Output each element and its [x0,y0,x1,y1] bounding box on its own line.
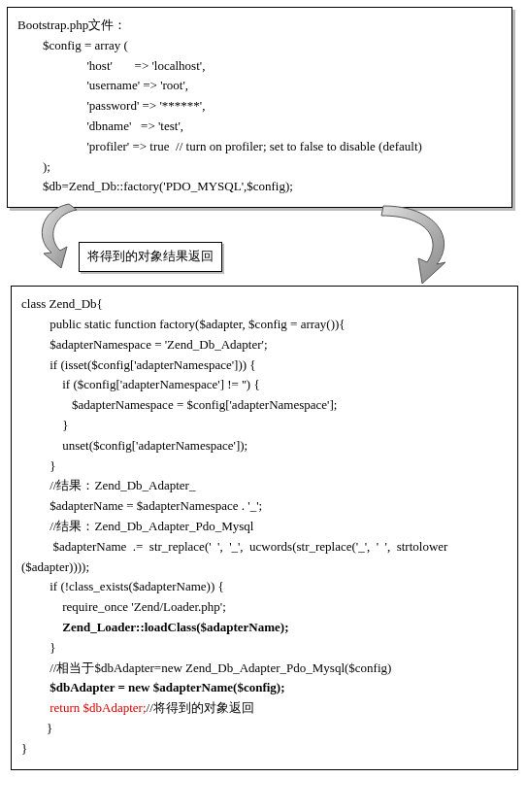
code-line: } [21,457,508,477]
return-object-label: 将得到的对象结果返回 [79,242,222,272]
code-line: Bootstrap.php文件： [17,16,502,36]
code-line: if (isset($config['adapterNamespace'])) … [21,355,508,376]
label-text: 将得到的对象结果返回 [87,249,214,263]
code-line: class Zend_Db{ [21,294,508,315]
code-line: //结果：Zend_Db_Adapter_Pdo_Mysql [21,517,508,537]
code-line: $adapterNamespace = $config['adapterName… [21,395,508,416]
code-line: } [21,416,508,436]
code-line: } [21,719,508,739]
code-line: 'dbname' => 'test', [17,117,502,137]
code-line: require_once 'Zend/Loader.php'; [21,597,508,618]
bottom-code-box: class Zend_Db{ public static function fa… [11,286,518,769]
code-line: //结果：Zend_Db_Adapter_ [21,476,508,496]
code-line-bold: Zend_Loader::loadClass($adapterName); [21,618,508,638]
code-line: ($adapter)))); [21,558,508,578]
code-line: } [21,739,508,760]
code-line: $adapterNamespace = 'Zend_Db_Adapter'; [21,335,508,355]
code-line: 'profiler' => true // turn on profiler; … [17,137,502,157]
code-line: unset($config['adapterNamespace']); [21,436,508,457]
code-line: $adapterName .= str_replace(' ', '_', uc… [21,537,508,558]
code-line: //相当于$dbAdapter=new Zend_Db_Adapter_Pdo_… [21,659,508,679]
code-line-bold: $dbAdapter = new $adapterName($config); [21,678,508,698]
code-line: $db=Zend_Db::factory('PDO_MYSQL',$config… [17,177,502,197]
code-line: ); [17,157,502,178]
code-line: if (!class_exists($adapterName)) { [21,577,508,597]
right-arrow-icon [364,200,461,288]
return-comment: //将得到的对象返回 [147,700,254,715]
code-line: 'username' => 'root', [17,76,502,96]
code-line: if ($config['adapterNamespace'] != '') { [21,375,508,395]
code-line: 'host' => 'localhost', [17,56,502,77]
code-line-return: return $dbAdapter;//将得到的对象返回 [21,698,508,719]
code-line: $config = array ( [17,36,502,56]
top-code-box: Bootstrap.php文件： $config = array ( 'host… [7,7,512,208]
code-line: public static function factory($adapter,… [21,315,508,335]
return-red: return $dbAdapter; [21,700,147,715]
code-line: $adapterName = $adapterNamespace . '_'; [21,496,508,517]
code-line: } [21,638,508,659]
code-line: 'password' => '******', [17,96,502,117]
